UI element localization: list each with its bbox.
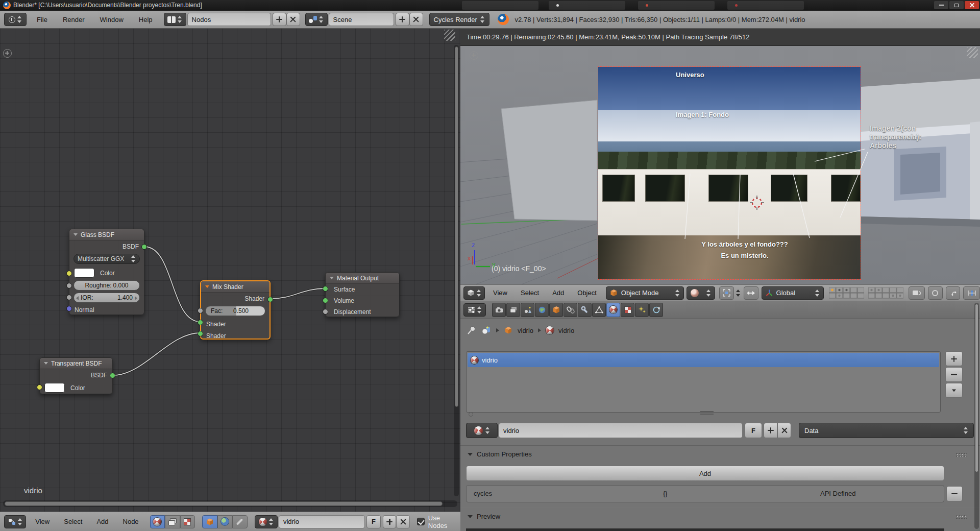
tab-object[interactable] bbox=[549, 303, 563, 317]
menu-view[interactable]: View bbox=[35, 518, 50, 525]
updown-arrows-icon[interactable] bbox=[736, 289, 741, 297]
node-editor-canvas[interactable]: Glass BSDF BSDF Multiscatter GGX Color R… bbox=[0, 29, 460, 512]
socket-ior-input[interactable] bbox=[66, 295, 72, 300]
menu-select[interactable]: Select bbox=[521, 289, 539, 297]
snap-button[interactable] bbox=[946, 286, 961, 300]
layers-widget-secondary[interactable] bbox=[868, 287, 903, 299]
socket-normal-input[interactable] bbox=[66, 306, 72, 311]
menu-add[interactable]: Add bbox=[552, 289, 564, 297]
distribution-dropdown[interactable]: Multiscatter GGX bbox=[74, 254, 140, 264]
screen-layout-button[interactable] bbox=[164, 13, 186, 26]
data-link-dropdown[interactable]: Data bbox=[799, 423, 974, 438]
tab-particles[interactable] bbox=[635, 303, 649, 317]
breadcrumb-material-name[interactable]: vidrio bbox=[558, 327, 574, 334]
add-material-button[interactable] bbox=[383, 515, 397, 528]
viewport-3d[interactable]: Universo Imagen 1: Fondo Y los árboles y… bbox=[460, 46, 980, 284]
delete-scene-button[interactable] bbox=[409, 13, 423, 26]
panel-collapse-icon[interactable] bbox=[468, 515, 473, 518]
vertical-scrollbar[interactable] bbox=[454, 45, 459, 496]
vertical-scrollbar-thumb[interactable] bbox=[455, 46, 458, 407]
pane-corner-grip[interactable] bbox=[967, 47, 978, 58]
preview-panel-header[interactable]: Preview bbox=[468, 513, 500, 520]
add-slot-button[interactable] bbox=[945, 351, 963, 366]
shader-context-object-button[interactable] bbox=[202, 515, 217, 528]
socket-fac-input[interactable] bbox=[198, 308, 203, 313]
orientation-dropdown[interactable]: Global bbox=[762, 286, 824, 300]
horizontal-scrollbar[interactable] bbox=[3, 500, 457, 507]
material-browse-button[interactable] bbox=[255, 515, 278, 528]
unlink-material-button[interactable] bbox=[777, 423, 791, 438]
node-header[interactable]: Transparent BSDF bbox=[40, 358, 112, 369]
list-filter-toggle[interactable] bbox=[469, 412, 473, 417]
menu-render[interactable]: Render bbox=[63, 16, 85, 23]
remove-slot-button[interactable] bbox=[945, 367, 963, 382]
delete-layout-button[interactable] bbox=[286, 13, 300, 26]
use-nodes-checkbox[interactable] bbox=[417, 518, 425, 525]
expand-region-icon[interactable] bbox=[3, 49, 12, 58]
expand-region-icon[interactable] bbox=[470, 51, 478, 60]
collapse-icon[interactable] bbox=[330, 277, 334, 279]
node-transparent-bsdf[interactable]: Transparent BSDF BSDF Color bbox=[39, 357, 113, 394]
snap-element-button[interactable] bbox=[963, 286, 980, 300]
socket-shader2-input[interactable] bbox=[198, 331, 203, 336]
socket-color-input[interactable] bbox=[37, 384, 42, 390]
decrement-icon[interactable] bbox=[76, 296, 79, 300]
node-mix-shader[interactable]: Mix Shader Shader Fac: 0.500 Shader Shad… bbox=[200, 280, 271, 340]
render-engine-dropdown[interactable]: Cycles Render bbox=[429, 13, 489, 26]
panel-collapse-icon[interactable] bbox=[468, 453, 473, 456]
tab-physics[interactable] bbox=[649, 303, 663, 317]
node-header[interactable]: Mix Shader bbox=[201, 281, 270, 293]
socket-bsdf-output[interactable] bbox=[110, 373, 115, 378]
tab-render[interactable] bbox=[492, 303, 506, 317]
material-slot-row[interactable]: vidrio bbox=[468, 353, 939, 367]
shader-context-world-button[interactable] bbox=[217, 515, 233, 528]
node-header[interactable]: Glass BSDF bbox=[69, 229, 144, 240]
tab-material[interactable] bbox=[606, 303, 620, 317]
socket-shader1-input[interactable] bbox=[198, 320, 203, 325]
fac-slider[interactable]: Fac: 0.500 bbox=[205, 306, 265, 316]
socket-surface-input[interactable] bbox=[323, 286, 328, 292]
scene-browse-button[interactable] bbox=[305, 13, 328, 26]
collapse-icon[interactable] bbox=[205, 285, 209, 288]
socket-bsdf-output[interactable] bbox=[141, 244, 147, 250]
tab-scene[interactable] bbox=[521, 303, 534, 317]
mode-dropdown[interactable]: Object Mode bbox=[606, 286, 684, 300]
lock-to-scene-button[interactable] bbox=[909, 286, 925, 300]
socket-shader-output[interactable] bbox=[267, 297, 273, 302]
tab-object-data[interactable] bbox=[592, 303, 606, 317]
tab-render-layers[interactable] bbox=[506, 303, 520, 317]
panel-drag-grip[interactable] bbox=[955, 515, 967, 519]
tab-constraints[interactable] bbox=[564, 303, 577, 317]
menu-file[interactable]: File bbox=[37, 16, 47, 23]
increment-icon[interactable] bbox=[135, 296, 137, 300]
ior-slider[interactable]: IOR: 1.400 bbox=[74, 293, 140, 303]
material-name-field[interactable]: vidrio bbox=[279, 515, 365, 528]
pivot-point-button[interactable] bbox=[719, 286, 734, 300]
node-glass-bsdf[interactable]: Glass BSDF BSDF Multiscatter GGX Color R… bbox=[69, 229, 144, 315]
breadcrumb-object-name[interactable]: vidrio bbox=[518, 327, 533, 334]
horizontal-scrollbar-thumb[interactable] bbox=[5, 501, 443, 506]
object-cube-icon[interactable] bbox=[504, 326, 513, 335]
menu-window[interactable]: Window bbox=[100, 16, 124, 23]
menu-view[interactable]: View bbox=[493, 289, 507, 297]
collapse-icon[interactable] bbox=[74, 233, 78, 236]
add-material-button[interactable] bbox=[764, 423, 777, 438]
properties-scrollbar-thumb[interactable] bbox=[975, 304, 978, 472]
delete-property-button[interactable] bbox=[946, 486, 963, 501]
shader-context-linestyle-button[interactable] bbox=[232, 515, 248, 528]
fake-user-button[interactable]: F bbox=[366, 515, 381, 528]
scene-name-field[interactable]: Scene bbox=[329, 13, 394, 26]
tab-world[interactable] bbox=[535, 303, 549, 317]
maximize-button[interactable] bbox=[949, 1, 964, 9]
menu-help[interactable]: Help bbox=[139, 16, 153, 23]
minimize-button[interactable] bbox=[934, 1, 948, 9]
editor-type-3dview-button[interactable] bbox=[463, 286, 485, 300]
socket-displacement-input[interactable] bbox=[323, 309, 328, 315]
color-swatch[interactable] bbox=[74, 268, 94, 278]
tab-texture[interactable] bbox=[621, 303, 634, 317]
menu-object[interactable]: Object bbox=[577, 289, 597, 297]
slot-specials-button[interactable] bbox=[945, 383, 963, 398]
proportional-edit-button[interactable] bbox=[928, 286, 943, 300]
material-slot-list[interactable]: vidrio bbox=[466, 351, 941, 413]
menu-node[interactable]: Node bbox=[123, 518, 139, 525]
